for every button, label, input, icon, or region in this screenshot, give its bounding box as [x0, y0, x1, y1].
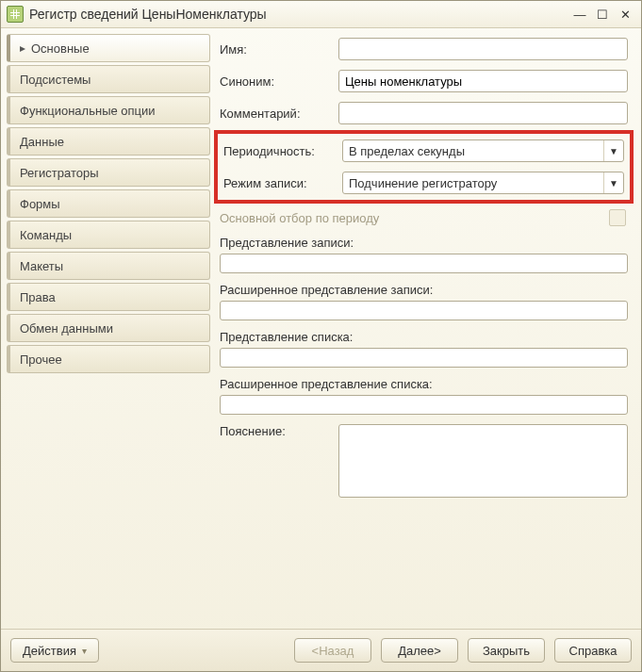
record-presentation-label: Представление записи: [220, 236, 628, 250]
periodicity-value: В пределах секунды [343, 144, 603, 158]
chevron-down-icon: ▾ [82, 646, 87, 656]
main-filter-checkbox [609, 209, 626, 226]
tab-recorders[interactable]: Регистраторы [7, 158, 210, 187]
name-input[interactable] [338, 38, 628, 60]
info-register-window: Регистр сведений ЦеныНоменклатуры — ☐ ✕ … [0, 0, 642, 672]
ext-list-presentation-input[interactable] [220, 395, 628, 415]
help-button[interactable]: Справка [554, 638, 632, 663]
titlebar: Регистр сведений ЦеныНоменклатуры — ☐ ✕ [1, 1, 641, 28]
chevron-down-icon: ▼ [603, 140, 623, 161]
explanation-textarea[interactable] [338, 424, 628, 498]
main-form: Имя: Синоним: Комментарий: Периодичность… [216, 34, 635, 623]
maximize-button[interactable]: ☐ [592, 6, 613, 23]
sidebar: Основные Подсистемы Функциональные опции… [7, 34, 210, 623]
ext-list-presentation-label: Расширенное представление списка: [220, 377, 628, 391]
window-title: Регистр сведений ЦеныНоменклатуры [29, 7, 267, 22]
ext-record-presentation-input[interactable] [220, 301, 628, 320]
main-filter-label: Основной отбор по периоду [220, 211, 379, 225]
register-icon [7, 6, 24, 23]
record-presentation-input[interactable] [220, 254, 628, 273]
list-presentation-input[interactable] [220, 348, 628, 368]
tab-forms[interactable]: Формы [7, 189, 210, 218]
comment-input[interactable] [338, 102, 628, 124]
write-mode-label: Режим записи: [223, 176, 335, 190]
close-form-button[interactable]: Закрыть [468, 638, 545, 663]
tab-subsystems[interactable]: Подсистемы [7, 65, 210, 93]
periodicity-select[interactable]: В пределах секунды ▼ [342, 139, 624, 162]
tab-other[interactable]: Прочее [7, 345, 210, 373]
explanation-label: Пояснение: [220, 424, 331, 438]
list-presentation-label: Представление списка: [220, 330, 628, 344]
write-mode-value: Подчинение регистратору [343, 176, 603, 190]
tab-layouts[interactable]: Макеты [7, 252, 210, 280]
comment-label: Комментарий: [220, 107, 331, 121]
tab-data[interactable]: Данные [7, 127, 210, 156]
tab-functional-options[interactable]: Функциональные опции [7, 96, 210, 124]
tab-commands[interactable]: Команды [7, 221, 210, 249]
chevron-down-icon: ▼ [603, 172, 623, 193]
close-button[interactable]: ✕ [615, 6, 635, 23]
tab-exchange[interactable]: Обмен данными [7, 314, 210, 342]
tab-main[interactable]: Основные [7, 34, 210, 62]
highlighted-group: Периодичность: В пределах секунды ▼ Режи… [214, 130, 634, 204]
footer: Действия▾ <Назад Далее> Закрыть Справка [1, 629, 641, 671]
synonym-input[interactable] [338, 70, 628, 92]
name-label: Имя: [220, 42, 331, 57]
minimize-button[interactable]: — [569, 6, 590, 23]
back-button[interactable]: <Назад [294, 638, 371, 663]
tab-rights[interactable]: Права [7, 283, 210, 311]
periodicity-label: Периодичность: [223, 144, 335, 158]
next-button[interactable]: Далее> [381, 638, 458, 663]
ext-record-presentation-label: Расширенное представление записи: [220, 283, 628, 297]
write-mode-select[interactable]: Подчинение регистратору ▼ [342, 172, 624, 194]
synonym-label: Синоним: [220, 74, 331, 89]
actions-button[interactable]: Действия▾ [10, 638, 99, 663]
